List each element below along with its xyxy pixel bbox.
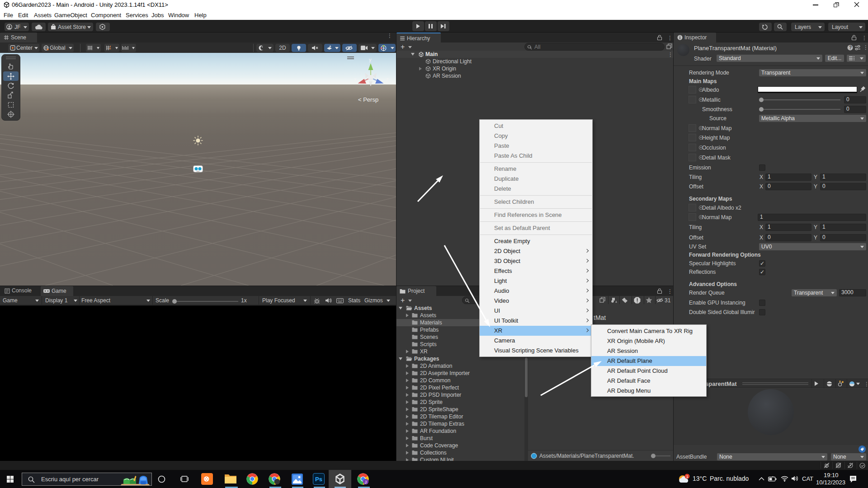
svg-text:y: y [369, 57, 372, 62]
svg-text:J: J [365, 480, 367, 484]
svg-text:x: x [354, 76, 357, 82]
svg-text:?: ? [849, 45, 852, 50]
svg-text:z: z [386, 76, 389, 82]
svg-text:1: 1 [686, 474, 689, 479]
